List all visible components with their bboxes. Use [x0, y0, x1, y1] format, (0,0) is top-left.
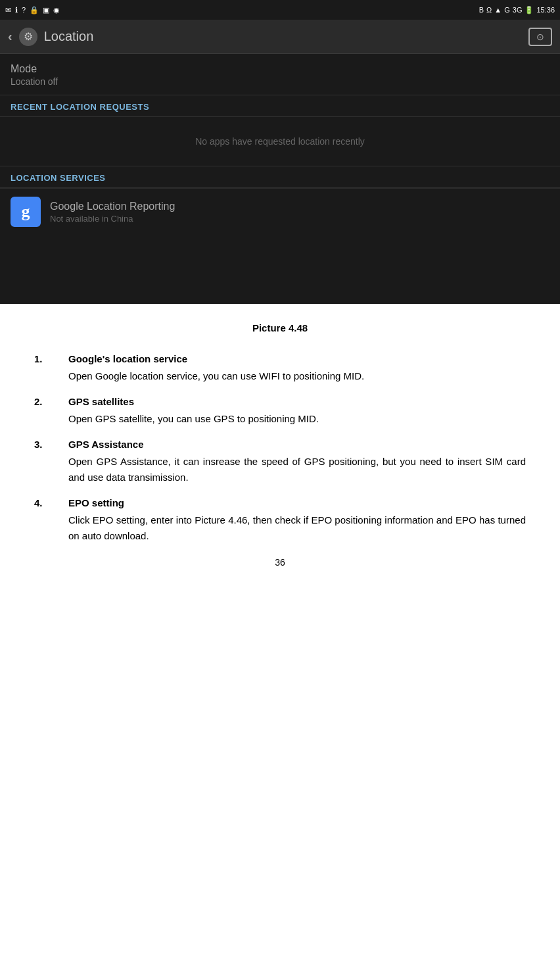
question-icon: ?	[22, 6, 26, 14]
message-icon: ✉	[5, 6, 11, 14]
camera2-icon: ◉	[53, 6, 60, 14]
mode-value: Location off	[11, 76, 549, 87]
screen-title: Location	[44, 29, 94, 44]
screen-content: Mode Location off RECENT LOCATION REQUES…	[0, 54, 560, 235]
status-bar-right: B Ω ▲ G 3G 🔋 15:36	[479, 6, 555, 14]
instructions-list: 1. Google's location service Open Google…	[34, 353, 526, 544]
action-bar: ‹ ⚙ Location ⊙	[0, 20, 560, 54]
mode-label: Mode	[11, 63, 549, 75]
list-number-3: 3.	[34, 439, 68, 485]
empty-state-text: No apps have requested location recently	[195, 136, 365, 147]
google-icon: g	[11, 197, 41, 227]
recent-requests-header: RECENT LOCATION REQUESTS	[0, 95, 560, 117]
headphone-icon: Ω	[486, 6, 492, 14]
google-location-service-item[interactable]: g Google Location Reporting Not availabl…	[0, 188, 560, 235]
time-display: 15:36	[536, 6, 555, 14]
list-content-2: GPS satellites Open GPS satellite, you c…	[68, 396, 526, 427]
location-services-label: LOCATION SERVICES	[11, 173, 106, 183]
location-services-header: LOCATION SERVICES	[0, 166, 560, 188]
settings-gear-icon: ⚙	[19, 28, 37, 46]
wifi-icon: ▲	[494, 6, 502, 14]
list-heading-1: Google's location service	[68, 353, 526, 364]
bluetooth-icon: B	[479, 6, 484, 14]
status-bar-left: ✉ ℹ ? 🔒 ▣ ◉	[5, 6, 60, 14]
info-icon: ℹ	[15, 6, 18, 14]
list-number-4: 4.	[34, 497, 68, 544]
status-bar: ✉ ℹ ? 🔒 ▣ ◉ B Ω ▲ G 3G 🔋 15:36	[0, 0, 560, 20]
back-button[interactable]: ‹	[8, 29, 12, 44]
list-body-2: Open GPS satellite, you can use GPS to p…	[68, 411, 526, 427]
list-heading-3: GPS Assistance	[68, 439, 526, 450]
android-screenshot: ✉ ℹ ? 🔒 ▣ ◉ B Ω ▲ G 3G 🔋 15:36 ‹ ⚙ Locat…	[0, 0, 560, 304]
recent-requests-label: RECENT LOCATION REQUESTS	[11, 102, 149, 112]
battery-icon: 🔋	[525, 6, 534, 14]
list-item-2: 2. GPS satellites Open GPS satellite, yo…	[34, 396, 526, 427]
list-content-1: Google's location service Open Google lo…	[68, 353, 526, 384]
document-area: Picture 4.48 1. Google's location servic…	[0, 304, 560, 594]
action-bar-left: ‹ ⚙ Location	[8, 28, 93, 46]
picture-caption: Picture 4.48	[34, 322, 526, 333]
service-item-subtitle: Not available in China	[50, 214, 175, 224]
image-icon: ▣	[43, 6, 49, 14]
signal-g-icon: G	[504, 6, 510, 14]
service-item-title: Google Location Reporting	[50, 201, 175, 212]
list-heading-4: EPO setting	[68, 497, 526, 508]
list-body-1: Open Google location service, you can us…	[68, 368, 526, 384]
list-item-3: 3. GPS Assistance Open GPS Assistance, i…	[34, 439, 526, 485]
list-number-2: 2.	[34, 396, 68, 427]
page-number: 36	[34, 557, 526, 568]
list-item-4: 4. EPO setting Click EPO setting, enter …	[34, 497, 526, 544]
list-content-4: EPO setting Click EPO setting, enter int…	[68, 497, 526, 544]
signal-3g-icon: 3G	[513, 6, 523, 14]
mode-section[interactable]: Mode Location off	[0, 54, 560, 95]
list-content-3: GPS Assistance Open GPS Assistance, it c…	[68, 439, 526, 485]
list-body-3: Open GPS Assistance, it can insrease the…	[68, 454, 526, 485]
service-item-text: Google Location Reporting Not available …	[50, 201, 175, 224]
list-heading-2: GPS satellites	[68, 396, 526, 407]
list-item-1: 1. Google's location service Open Google…	[34, 353, 526, 384]
list-number-1: 1.	[34, 353, 68, 384]
camera-button[interactable]: ⊙	[528, 28, 552, 46]
empty-state: No apps have requested location recently	[0, 117, 560, 166]
lock-icon: 🔒	[30, 6, 39, 14]
list-body-4: Click EPO setting, enter into Picture 4.…	[68, 512, 526, 544]
